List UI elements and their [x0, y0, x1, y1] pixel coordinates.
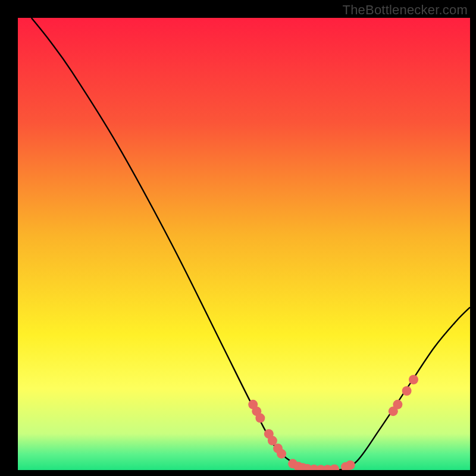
data-marker: [330, 464, 339, 474]
data-marker: [402, 386, 412, 396]
data-marker: [277, 449, 286, 459]
chart-stage: TheBottlenecker.com: [0, 0, 476, 476]
data-marker: [268, 436, 277, 446]
heat-gradient-rect: [18, 18, 470, 470]
data-marker: [255, 414, 265, 423]
watermark-text: TheBottlenecker.com: [343, 2, 468, 18]
data-marker: [393, 400, 402, 409]
data-marker: [409, 375, 418, 384]
data-marker: [346, 461, 355, 470]
chart-svg: [0, 0, 476, 476]
